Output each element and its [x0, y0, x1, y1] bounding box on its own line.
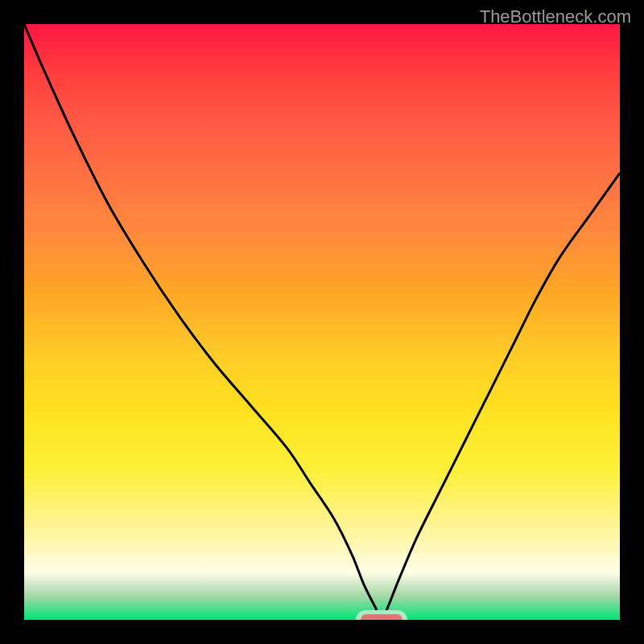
bottleneck-curve — [24, 24, 620, 620]
watermark-label: TheBottleneck.com — [480, 6, 631, 27]
optimal-marker — [361, 614, 402, 620]
bottleneck-chart — [24, 24, 620, 620]
chart-curve-svg — [24, 24, 620, 620]
